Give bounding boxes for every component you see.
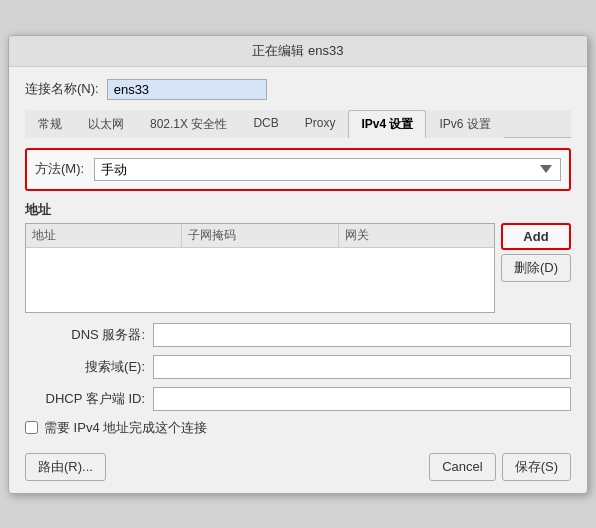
dhcp-row: DHCP 客户端 ID:	[25, 387, 571, 411]
address-buttons: Add 删除(D)	[501, 223, 571, 313]
tab-proxy[interactable]: Proxy	[292, 110, 349, 138]
address-title: 地址	[25, 201, 571, 219]
ipv4-required-label: 需要 IPv4 地址完成这个连接	[44, 419, 207, 437]
tab-8021x[interactable]: 802.1X 安全性	[137, 110, 240, 138]
method-label: 方法(M):	[35, 160, 84, 178]
ipv4-required-row: 需要 IPv4 地址完成这个连接	[25, 419, 571, 437]
tab-ipv4[interactable]: IPv4 设置	[348, 110, 426, 138]
col-subnet: 子网掩码	[182, 224, 338, 247]
dns-row: DNS 服务器:	[25, 323, 571, 347]
dns-label: DNS 服务器:	[25, 326, 145, 344]
connection-name-input[interactable]	[107, 79, 267, 100]
route-button[interactable]: 路由(R)...	[25, 453, 106, 481]
search-row: 搜索域(E):	[25, 355, 571, 379]
connection-name-label: 连接名称(N):	[25, 80, 99, 98]
connection-name-row: 连接名称(N):	[25, 79, 571, 100]
col-gateway: 网关	[339, 224, 494, 247]
main-window: 正在编辑 ens33 连接名称(N): 常规 以太网 802.1X 安全性 DC…	[8, 35, 588, 494]
method-row: 方法(M): 手动 自动(DHCP) 仅本地链接 共享给其他计算机 停用	[35, 158, 561, 181]
save-button[interactable]: 保存(S)	[502, 453, 571, 481]
bottom-right-buttons: Cancel 保存(S)	[429, 453, 571, 481]
dhcp-label: DHCP 客户端 ID:	[25, 390, 145, 408]
address-table-container: 地址 子网掩码 网关 Add 删除(D)	[25, 223, 571, 313]
tab-ipv6[interactable]: IPv6 设置	[426, 110, 503, 138]
tab-bar: 常规 以太网 802.1X 安全性 DCB Proxy IPv4 设置 IPv6…	[25, 110, 571, 138]
delete-button[interactable]: 删除(D)	[501, 254, 571, 282]
title-bar: 正在编辑 ens33	[9, 36, 587, 67]
window-title: 正在编辑 ens33	[252, 43, 343, 58]
search-input[interactable]	[153, 355, 571, 379]
address-table-body	[26, 248, 494, 308]
add-button[interactable]: Add	[501, 223, 571, 250]
tab-ethernet[interactable]: 以太网	[75, 110, 137, 138]
tab-dcb[interactable]: DCB	[240, 110, 291, 138]
address-table: 地址 子网掩码 网关	[25, 223, 495, 313]
col-address: 地址	[26, 224, 182, 247]
bottom-buttons: 路由(R)... Cancel 保存(S)	[25, 447, 571, 481]
method-section: 方法(M): 手动 自动(DHCP) 仅本地链接 共享给其他计算机 停用	[25, 148, 571, 191]
address-section: 地址 地址 子网掩码 网关 Add 删除(D)	[25, 201, 571, 313]
ipv4-required-checkbox[interactable]	[25, 421, 38, 434]
method-select[interactable]: 手动 自动(DHCP) 仅本地链接 共享给其他计算机 停用	[94, 158, 561, 181]
dns-input[interactable]	[153, 323, 571, 347]
cancel-button[interactable]: Cancel	[429, 453, 495, 481]
search-label: 搜索域(E):	[25, 358, 145, 376]
dhcp-input[interactable]	[153, 387, 571, 411]
address-table-header: 地址 子网掩码 网关	[26, 224, 494, 248]
tab-general[interactable]: 常规	[25, 110, 75, 138]
